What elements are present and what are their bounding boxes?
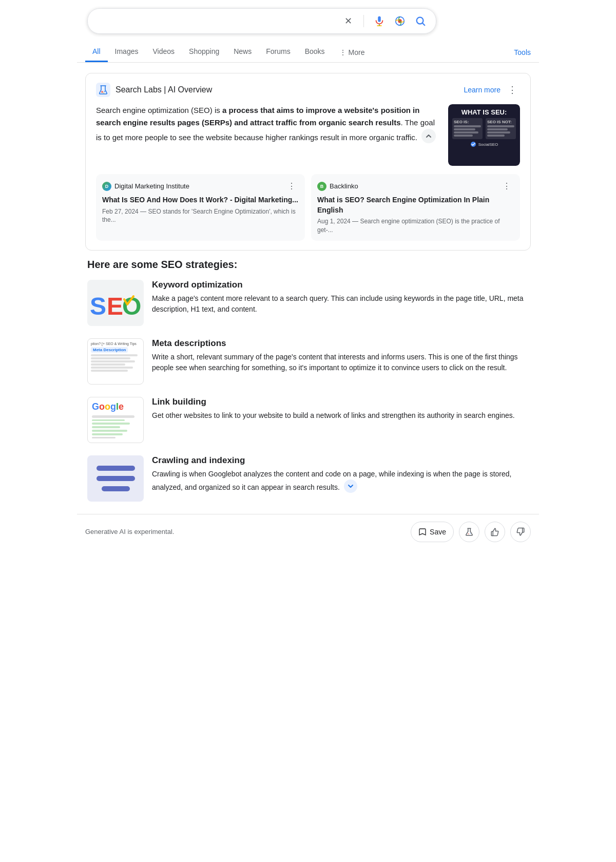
- svg-point-12: [468, 533, 469, 534]
- source-card-header-dmi: D Digital Marketing Institute ⋮: [102, 180, 299, 192]
- svg-point-5: [101, 91, 103, 93]
- tab-images[interactable]: Images: [108, 42, 146, 62]
- source-card-backlinko[interactable]: B Backlinko ⋮ What is SEO? Search Engine…: [311, 174, 520, 241]
- tab-news[interactable]: News: [226, 42, 259, 62]
- more-menu[interactable]: ⋮ More: [332, 43, 372, 62]
- source-card-dmi[interactable]: D Digital Marketing Institute ⋮ What Is …: [96, 174, 305, 241]
- learn-more-text: Learn more: [464, 86, 500, 94]
- more-dots-icon: ⋮: [339, 48, 346, 56]
- clear-icon[interactable]: ✕: [341, 14, 355, 28]
- strategy-desc-crawl: Crawling is when Googlebot analyzes the …: [152, 469, 529, 493]
- source-cards: D Digital Marketing Institute ⋮ What Is …: [96, 174, 520, 241]
- ai-header-left: Search Labs | AI Overview: [96, 83, 212, 97]
- source-title-backlinko: What is SEO? Search Engine Optimization …: [317, 195, 514, 215]
- strategy-icon-keyword: S E O: [87, 280, 144, 326]
- favicon-backlinko: B: [317, 182, 326, 191]
- ai-image-columns: SEO IS: SEO IS NOT:: [452, 118, 516, 139]
- strategy-content-meta: Meta descriptions Write a short, relevan…: [152, 338, 529, 374]
- lens-icon[interactable]: [393, 14, 407, 28]
- nav-tabs: All Images Videos Shopping News Forums B…: [77, 38, 539, 63]
- search-input[interactable]: what is seo: [96, 16, 341, 26]
- ai-footer-disclaimer: Generative AI is experimental.: [85, 528, 174, 535]
- ai-content-row: Search engine optimization (SEO) is a pr…: [96, 104, 520, 166]
- bookmark-icon: [418, 528, 427, 536]
- save-button[interactable]: Save: [411, 522, 454, 542]
- social-seo-brand: SocialSEO: [470, 141, 498, 147]
- search-submit-icon[interactable]: [413, 14, 428, 28]
- tab-forums[interactable]: Forums: [259, 42, 297, 62]
- strategy-desc-meta: Write a short, relevant summary of the p…: [152, 352, 529, 374]
- strategy-meta: ption? [+ SEO & Writing Tips Meta Descri…: [87, 338, 529, 385]
- strategy-icon-link: Google: [87, 397, 144, 443]
- source-card-menu-dmi[interactable]: ⋮: [284, 180, 299, 192]
- source-site-name-backlinko: Backlinko: [330, 182, 358, 190]
- strategy-desc-link: Get other websites to link to your websi…: [152, 410, 529, 422]
- col1-title: SEO IS:: [454, 120, 481, 124]
- collapse-button[interactable]: [421, 129, 436, 143]
- strategy-crawl: Crawling and indexing Crawling is when G…: [87, 455, 529, 502]
- svg-point-13: [470, 533, 471, 534]
- tab-all[interactable]: All: [85, 42, 108, 62]
- brand-label: SocialSEO: [478, 142, 498, 147]
- source-card-menu-backlinko[interactable]: ⋮: [499, 180, 514, 192]
- more-options-icon[interactable]: ⋮: [505, 83, 520, 97]
- strategy-name-meta: Meta descriptions: [152, 338, 529, 349]
- col2-title: SEO IS NOT:: [487, 120, 514, 124]
- more-label: More: [349, 48, 365, 56]
- thumbdown-button[interactable]: [510, 522, 531, 542]
- tab-shopping[interactable]: Shopping: [182, 42, 226, 62]
- strategies-section: Here are some SEO strategies: S E O Keyw…: [85, 259, 531, 502]
- ai-overview-text: Search engine optimization (SEO) is a pr…: [96, 104, 440, 166]
- ai-overview-panel: Search Labs | AI Overview Learn more ⋮ S…: [85, 73, 531, 251]
- ai-text-before: Search engine optimization (SEO) is: [96, 106, 222, 114]
- ai-image-col2: SEO IS NOT:: [486, 118, 516, 139]
- strategy-content-keyword: Keyword optimization Make a page's conte…: [152, 280, 529, 315]
- strategy-name-crawl: Crawling and indexing: [152, 455, 529, 466]
- strategy-link: Google Link building Get other websites …: [87, 397, 529, 443]
- strategy-icon-crawl: [87, 455, 144, 502]
- ai-image-col1: SEO IS:: [452, 118, 483, 139]
- thumbup-icon: [490, 527, 499, 537]
- source-title-dmi: What Is SEO And How Does It Work? - Digi…: [102, 195, 299, 205]
- svg-rect-4: [96, 83, 110, 97]
- ai-image-title: WHAT IS SEU:: [461, 108, 507, 116]
- strategy-name-link: Link building: [152, 397, 529, 407]
- ai-overview-image: WHAT IS SEU: SEO IS: SEO IS NOT:: [448, 104, 520, 166]
- svg-rect-0: [378, 16, 381, 22]
- strategy-content-crawl: Crawling and indexing Crawling is when G…: [152, 455, 529, 493]
- source-snippet-backlinko: Aug 1, 2024 — Search engine optimization…: [317, 217, 514, 235]
- strategies-title: Here are some SEO strategies:: [87, 259, 529, 271]
- ai-learn-more[interactable]: Learn more ⋮: [464, 83, 520, 97]
- strategy-keyword: S E O Keyword optimization Make a page's…: [87, 280, 529, 326]
- source-site-name-dmi: Digital Marketing Institute: [114, 182, 189, 190]
- flask-icon: [465, 527, 474, 537]
- ai-footer: Generative AI is experimental. Save: [77, 514, 539, 549]
- feedback-flask-button[interactable]: [459, 522, 479, 542]
- expand-button[interactable]: [344, 480, 357, 493]
- svg-point-6: [104, 91, 106, 92]
- tools-button[interactable]: Tools: [506, 43, 539, 62]
- save-label: Save: [430, 528, 446, 536]
- tab-books[interactable]: Books: [298, 42, 332, 62]
- search-labs-icon: [96, 83, 110, 97]
- mic-icon[interactable]: [372, 14, 387, 28]
- svg-text:S: S: [90, 293, 106, 320]
- source-site-backlinko: B Backlinko: [317, 182, 358, 191]
- strategy-icon-meta: ption? [+ SEO & Writing Tips Meta Descri…: [87, 338, 144, 385]
- search-icons: ✕: [341, 14, 428, 28]
- strategy-content-link: Link building Get other websites to link…: [152, 397, 529, 422]
- thumbup-button[interactable]: [485, 522, 505, 542]
- strategy-desc-crawl-text: Crawling is when Googlebot analyzes the …: [152, 470, 511, 492]
- strategy-name-keyword: Keyword optimization: [152, 280, 529, 290]
- source-date-backlinko: Aug 1, 2024: [317, 218, 351, 225]
- tab-videos[interactable]: Videos: [145, 42, 182, 62]
- svg-text:E: E: [107, 293, 123, 320]
- svg-point-7: [103, 92, 104, 93]
- ai-overview-header: Search Labs | AI Overview Learn more ⋮: [96, 83, 520, 97]
- source-site-dmi: D Digital Marketing Institute: [102, 182, 189, 191]
- svg-text:O: O: [122, 293, 141, 320]
- ai-overview-title: Search Labs | AI Overview: [116, 85, 212, 94]
- search-bar: what is seo ✕: [87, 8, 436, 34]
- strategy-desc-keyword: Make a page's content more relevant to a…: [152, 293, 529, 315]
- source-date-dmi: Feb 27, 2024: [102, 208, 139, 215]
